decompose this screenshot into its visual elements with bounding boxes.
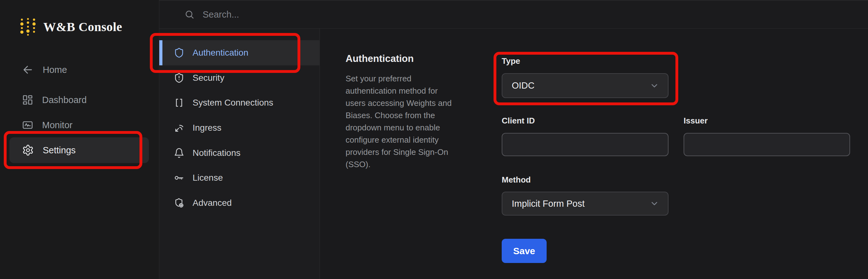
app-title: W&B Console [43,20,122,34]
app-logo: W&B Console [20,18,122,36]
settings-nav-label: Advanced [193,198,232,208]
client-id-input[interactable] [502,133,669,156]
type-label: Type [502,56,520,66]
settings-nav-label: Ingress [193,123,221,133]
primary-sidebar: W&B Console Home Dashboard Monitor Setti… [0,0,159,279]
brackets-icon [174,97,184,108]
shield-alert-icon [174,72,184,83]
chevron-down-icon [650,81,659,91]
monitor-activity-icon [22,119,33,131]
sidebar-item-label: Monitor [42,120,72,130]
settings-nav-label: Notifications [193,148,241,158]
ingress-signal-icon [174,123,184,133]
settings-nav-item-authentication[interactable]: Authentication [159,40,320,65]
sidebar-item-label: Home [43,65,67,75]
type-select-value: OIDC [512,81,535,91]
method-label: Method [502,175,531,185]
sidebar-item-monitor[interactable]: Monitor [22,116,72,134]
sidebar-item-label: Dashboard [42,95,87,105]
arrow-left-icon [22,64,34,76]
topbar [159,0,868,29]
type-select[interactable]: OIDC [502,73,669,98]
chevron-down-icon [650,199,659,208]
settings-nav-item-system-connections[interactable]: System Connections [159,90,320,115]
method-select-value: Implicit Form Post [512,198,585,209]
gear-icon [22,144,34,156]
dashboard-grid-icon [22,94,33,105]
save-button[interactable]: Save [502,239,547,263]
issuer-input[interactable] [684,133,850,156]
settings-nav-item-security[interactable]: Security [159,65,320,91]
sidebar-item-settings[interactable]: Settings [9,137,149,163]
wandb-dots-logo-icon [20,18,36,36]
settings-nav-item-advanced[interactable]: Advanced [159,190,320,216]
settings-nav-item-license[interactable]: License [159,165,320,190]
page-description: Set your preferred authentication method… [346,72,484,170]
settings-nav-item-notifications[interactable]: Notifications [159,141,320,165]
client-id-label: Client ID [502,116,535,126]
bell-icon [174,148,184,158]
sidebar-item-home[interactable]: Home [22,61,67,79]
shield-cog-icon [174,197,184,208]
settings-nav-item-ingress[interactable]: Ingress [159,115,320,141]
issuer-label: Issuer [684,116,708,126]
sidebar-item-label: Settings [43,145,76,156]
shield-icon [174,48,184,58]
main-content: Authentication Set your preferred authen… [320,29,868,279]
search-icon [184,9,194,20]
method-select[interactable]: Implicit Form Post [502,192,669,216]
search-bar[interactable] [184,9,485,20]
key-icon [174,173,184,183]
page-title: Authentication [346,53,414,64]
settings-nav-label: Authentication [193,48,248,58]
settings-nav-label: System Connections [193,98,273,108]
sidebar-item-dashboard[interactable]: Dashboard [22,91,87,109]
settings-sidebar: Authentication Security System Connectio… [159,29,320,279]
settings-nav-label: License [193,173,223,183]
search-input[interactable] [203,9,485,20]
settings-nav-label: Security [193,73,224,83]
